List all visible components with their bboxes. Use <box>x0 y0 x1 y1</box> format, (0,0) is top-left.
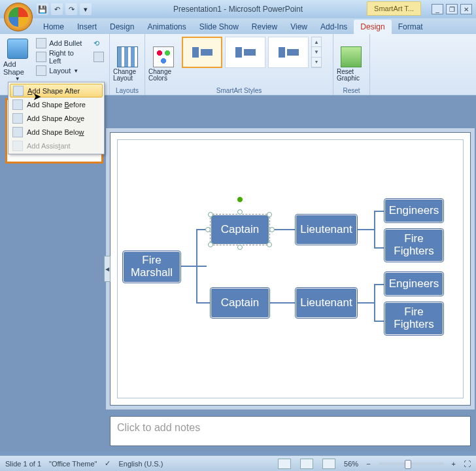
add-bullet-button[interactable]: Add Bullet <box>33 37 90 50</box>
right-to-left-button[interactable]: Right to Left <box>33 50 90 63</box>
sel-handle[interactable] <box>237 209 243 215</box>
promote-icon: ⟲ <box>94 39 99 48</box>
sel-handle[interactable] <box>237 245 243 250</box>
tab-insert[interactable]: Insert <box>71 20 103 34</box>
tab-addins[interactable]: Add-Ins <box>314 20 354 34</box>
reset-graphic-button[interactable]: Reset Graphic <box>336 35 366 82</box>
node-engineers-1[interactable]: Engineers <box>384 199 443 222</box>
zoom-in[interactable]: + <box>452 460 456 468</box>
node-firefighters-2[interactable]: Fire Fighters <box>384 302 443 335</box>
promote-button[interactable]: ⟲ <box>91 37 107 50</box>
zoom-fit[interactable]: ⛶ <box>464 460 471 468</box>
shape-below-icon <box>12 127 23 137</box>
node-lieutenant-1[interactable]: Lieutenant <box>296 215 357 245</box>
node-firefighters-1[interactable]: Fire Fighters <box>384 229 443 262</box>
dropdown-add-shape-before[interactable]: Add Shape Before <box>10 97 103 111</box>
layout-mini-icon <box>36 65 46 76</box>
notes-pane[interactable]: Click to add notes <box>110 416 471 446</box>
node-captain-1[interactable]: Captain <box>211 215 269 245</box>
slide-canvas[interactable]: ◀ Fire Marshall Captain <box>110 132 471 406</box>
zoom-percent[interactable]: 56% <box>344 460 358 468</box>
close-button[interactable]: ✕ <box>460 4 472 14</box>
layout-button[interactable]: Layout▼ <box>33 64 90 77</box>
add-shape-button[interactable]: Add Shape ▼ <box>3 35 32 82</box>
style-thumb-1[interactable] <box>182 37 222 68</box>
sel-handle[interactable] <box>205 227 211 232</box>
tab-design[interactable]: Design <box>103 20 141 34</box>
connector <box>269 302 296 304</box>
shape-above-icon <box>12 113 23 124</box>
colors-icon <box>153 46 174 67</box>
tab-smartart-design[interactable]: Design <box>354 20 391 34</box>
connector <box>196 229 197 302</box>
minimize-button[interactable]: _ <box>432 4 443 14</box>
connector <box>180 266 207 267</box>
zoom-out[interactable]: − <box>366 460 370 468</box>
group-smartart-styles: Change Colors ▲▼▾ SmartArt Styles <box>145 34 333 95</box>
assistant-icon <box>12 141 23 151</box>
style-thumb-2[interactable] <box>225 37 265 68</box>
view-sorter[interactable] <box>300 459 313 469</box>
status-spellcheck-icon[interactable]: ✓ <box>105 459 110 468</box>
styles-gallery: ▲▼▾ <box>180 35 323 69</box>
shape-before-icon <box>12 99 23 110</box>
gallery-scroll[interactable]: ▲▼▾ <box>311 37 322 68</box>
connector <box>374 211 375 249</box>
text-pane-toggle[interactable]: ◀ <box>104 256 110 282</box>
dropdown-add-shape-after[interactable]: Add Shape After <box>10 84 103 97</box>
contextual-tab-label: SmartArt T... <box>367 1 421 16</box>
qat-save[interactable]: 💾 <box>37 3 48 15</box>
text-pane-button[interactable] <box>91 50 107 63</box>
node-fire-marshall[interactable]: Fire Marshall <box>123 251 180 283</box>
zoom-slider[interactable] <box>379 462 444 465</box>
textpane-icon <box>94 52 104 62</box>
connector <box>374 284 384 285</box>
shape-after-icon <box>13 86 24 96</box>
restore-button[interactable]: ❐ <box>446 4 458 14</box>
qat-undo[interactable]: ↶ <box>51 3 63 15</box>
status-bar: Slide 1 of 1 "Office Theme" ✓ English (U… <box>0 455 476 471</box>
status-language[interactable]: English (U.S.) <box>118 460 163 468</box>
node-engineers-2[interactable]: Engineers <box>384 272 443 296</box>
node-captain-2[interactable]: Captain <box>211 288 269 318</box>
quick-access-toolbar: 💾 ↶ ↷ ▾ <box>37 3 92 15</box>
qat-customize[interactable]: ▾ <box>80 3 92 15</box>
tab-smartart-format[interactable]: Format <box>392 20 430 34</box>
tab-slideshow[interactable]: Slide Show <box>193 20 245 34</box>
connector <box>374 284 375 322</box>
add-shape-label: Add Shape <box>3 60 31 76</box>
dropdown-add-shape-below[interactable]: Add Shape Below <box>10 125 103 139</box>
tab-view[interactable]: View <box>284 20 314 34</box>
tab-animations[interactable]: Animations <box>141 20 192 34</box>
sel-handle[interactable] <box>208 242 213 247</box>
style-thumb-3[interactable] <box>268 37 309 68</box>
connector <box>196 302 212 304</box>
connector <box>374 211 384 212</box>
sel-handle[interactable] <box>267 212 272 217</box>
change-colors-button[interactable]: Change Colors <box>148 35 179 82</box>
ribbon-tabs: Home Insert Design Animations Slide Show… <box>0 18 476 34</box>
sel-handle[interactable] <box>208 212 213 217</box>
office-button[interactable] <box>4 3 33 31</box>
status-theme: "Office Theme" <box>49 460 97 468</box>
node-lieutenant-2[interactable]: Lieutenant <box>296 288 357 318</box>
sel-handle[interactable] <box>267 242 272 247</box>
group-label-layouts: Layouts <box>112 87 142 95</box>
group-layouts: Change Layout Layouts <box>110 34 145 95</box>
status-slide: Slide 1 of 1 <box>5 460 41 468</box>
dropdown-add-shape-above[interactable]: Add Shape Above <box>10 111 103 125</box>
connector <box>374 247 384 249</box>
rtl-icon <box>36 52 46 62</box>
connector <box>357 229 374 230</box>
smartart-graphic[interactable]: Fire Marshall Captain Captain Lieutenant… <box>117 139 464 398</box>
connector <box>357 302 374 304</box>
tab-home[interactable]: Home <box>37 20 71 34</box>
view-normal[interactable] <box>278 459 291 469</box>
change-layout-button[interactable]: Change Layout <box>112 35 142 82</box>
rotate-handle[interactable] <box>237 196 243 203</box>
title-bar: 💾 ↶ ↷ ▾ Presentation1 - Microsoft PowerP… <box>0 0 476 18</box>
sel-handle[interactable] <box>269 227 275 232</box>
tab-review[interactable]: Review <box>245 20 284 34</box>
view-slideshow[interactable] <box>322 459 335 469</box>
qat-redo[interactable]: ↷ <box>65 3 77 15</box>
